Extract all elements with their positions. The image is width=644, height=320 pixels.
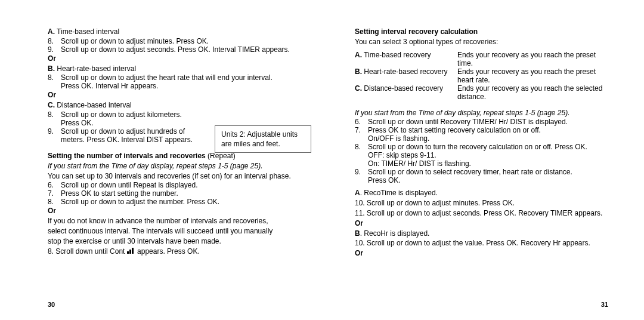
step: 7.Press OK to start setting the number. [48, 189, 301, 198]
step: 10. Scroll up or down to adjust the valu… [355, 238, 608, 248]
or-label: Or [48, 54, 301, 64]
step: 9.Scroll up or down to adjust hundreds o… [48, 127, 209, 144]
step: 11. Scroll up or down to adjust seconds.… [355, 208, 608, 219]
type-row: B. Heart-rate-based recovery Ends your r… [355, 67, 608, 84]
repeat-note: If you start from the Time of day displa… [48, 161, 301, 171]
cont-text: select continuous interval. The interval… [48, 226, 301, 236]
section-c-heading: C. Distance-based interval [48, 100, 301, 110]
section-a-heading: A. Time-based interval [48, 27, 301, 37]
page-number-left: 30 [48, 301, 55, 308]
bars-icon [127, 248, 135, 254]
step-cont: 8. Scroll down until Cont appears. Press… [48, 247, 301, 257]
reco-a: A. RecoTime is displayed. [355, 188, 608, 198]
step: 8.Scroll up or down to adjust the heart … [48, 73, 301, 90]
step: 10. Scroll up or down to adjust minutes.… [355, 198, 608, 208]
step: 8.Scroll up or down to adjust kilometers… [48, 110, 209, 127]
step: 6.Scroll up or down until Recovery TIMER… [355, 118, 608, 126]
type-row: C. Distance-based recovery Ends your rec… [355, 84, 608, 101]
cont-text: If you do not know in advance the number… [48, 216, 301, 226]
svg-rect-1 [129, 250, 131, 254]
recovery-heading: Setting interval recovery calculation [355, 27, 608, 37]
or-label: Or [48, 206, 301, 216]
units-note-box: Units 2: Adjustable unitsare miles and f… [215, 125, 311, 153]
repeat-note: If you start from the Time of day displa… [355, 108, 608, 118]
step: 8.Scroll up or down to turn the recovery… [355, 143, 608, 168]
step: 9.Scroll up or down to adjust seconds. P… [48, 45, 301, 54]
step: 8.Scroll up or down to adjust minutes. P… [48, 37, 301, 45]
or-label: Or [355, 248, 608, 259]
step: 7.Press OK to start setting recovery cal… [355, 126, 608, 143]
repeat-intro: You can set up to 30 intervals and recov… [48, 171, 301, 181]
type-row: A. Time-based recovery Ends your recover… [355, 51, 608, 67]
page-right: Setting interval recovery calculation Yo… [355, 27, 608, 259]
or-label: Or [48, 90, 301, 100]
recovery-intro: You can select 3 optional types of recov… [355, 37, 608, 47]
step: 9.Scroll up or down to select recovery t… [355, 168, 608, 184]
cont-text: stop the exercise or until 30 intervals … [48, 236, 301, 247]
section-b-heading: B. Heart-rate-based interval [48, 64, 301, 74]
page-number-right: 31 [601, 301, 608, 308]
svg-rect-0 [127, 251, 129, 254]
or-label: Or [355, 219, 608, 229]
reco-b: B. RecoHr is displayed. [355, 229, 608, 239]
page-left: A. Time-based interval 8.Scroll up or do… [48, 27, 301, 259]
svg-rect-2 [132, 248, 134, 254]
step: 8.Scroll up or down to adjust the number… [48, 198, 301, 206]
step: 6.Scroll up or down until Repeat is disp… [48, 181, 301, 189]
